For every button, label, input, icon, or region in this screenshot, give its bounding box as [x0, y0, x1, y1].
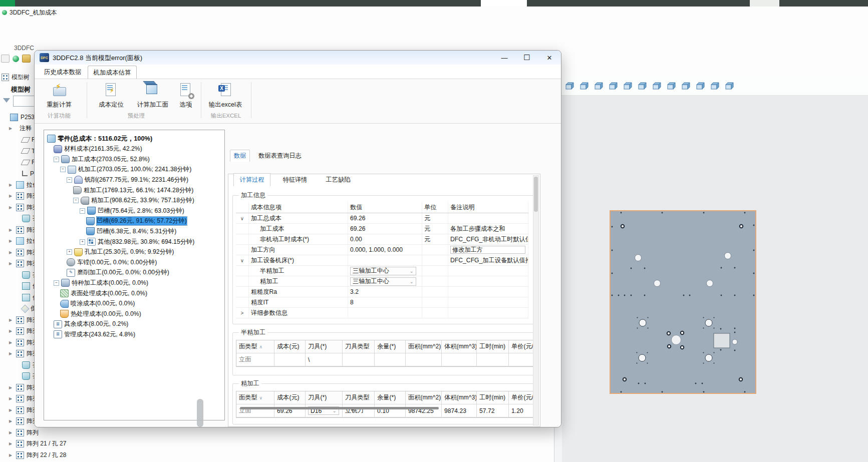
cost-tree-item[interactable]: 管理成本(243.62元, 4.8%) — [54, 329, 135, 339]
expand-arrow-icon[interactable]: ▶ — [9, 340, 14, 345]
sidebar-tree-item[interactable]: ▶阵列 22 / 孔 28 — [9, 449, 66, 460]
cost-tree-item[interactable]: −特种加工成本(0.00元, 0.0%) — [54, 278, 148, 288]
options-button[interactable]: 选项 — [173, 82, 199, 109]
cost-tree-item[interactable]: 喷涂成本(0.00元, 0.0%) — [60, 299, 135, 309]
cost-tree-item[interactable]: 粗加工(1769.13元, 66.1%; 1474.28分钟) — [73, 185, 193, 195]
table-row[interactable]: 立面\ — [236, 353, 538, 366]
part-plate[interactable] — [610, 210, 756, 394]
tree-node-icon[interactable] — [710, 82, 719, 91]
info-table-row[interactable]: 半精加工三轴加工中心⌄ — [236, 266, 528, 276]
header-cell[interactable]: 刀具类型 — [343, 391, 375, 404]
machine-dropdown[interactable]: 三轴加工中心⌄ — [350, 277, 416, 286]
expand-arrow-icon[interactable]: ▶ — [9, 419, 14, 423]
header-cell[interactable]: 工时(min) — [477, 391, 509, 404]
expand-arrow-icon[interactable]: ▶ — [9, 205, 14, 210]
collapse-box-icon[interactable]: − — [80, 208, 85, 214]
ribbon-tab-3ddfc[interactable]: 3DDFC — [14, 45, 34, 52]
close-button[interactable]: ✕ — [542, 53, 557, 63]
cost-tree-item[interactable]: 车镗(0.00元, 0.0%; 0.00分钟) — [67, 257, 157, 267]
expand-arrow-icon[interactable]: ▶ — [9, 126, 14, 131]
row-expander-icon[interactable]: ∨ — [236, 255, 249, 265]
tab-query-log[interactable]: 数据表查询日志 — [252, 150, 308, 162]
new-file-icon[interactable] — [1, 55, 10, 63]
cost-tree-item[interactable]: 零件(总成本：5116.02元，100%) — [47, 134, 152, 144]
axes-icon[interactable] — [637, 82, 647, 91]
info-table-row[interactable]: 精加工三轴加工中心⌄ — [236, 276, 528, 287]
row-expander-icon[interactable]: > — [236, 308, 249, 318]
info-table-row[interactable]: ∨加工设备机床(*)DFC_CFG_加工设备默认值推荐表(DF — [236, 255, 528, 266]
sidebar-tree-item[interactable]: ▶注释 — [9, 123, 32, 134]
subtab-process-defect[interactable]: 工艺缺陷 — [320, 173, 357, 186]
tree-filter-input[interactable] — [13, 96, 35, 107]
plane-dot-icon[interactable] — [652, 82, 661, 91]
horizontal-scroll-thumb[interactable] — [240, 407, 439, 409]
cost-tree-item[interactable]: −加工成本(2703.05元, 52.8%) — [54, 154, 150, 164]
cost-locate-button[interactable]: ⚡ 成本定位 — [94, 82, 129, 109]
header-cell[interactable]: 刀具(*) — [306, 340, 343, 353]
vertical-scrollbar[interactable] — [533, 175, 539, 425]
info-value-cell[interactable]: 三轴加工中心⌄ — [348, 266, 422, 276]
model-tree-toggle[interactable]: 模型树 — [2, 73, 30, 82]
tab-data[interactable]: 数据 — [230, 150, 250, 162]
tab-machining-estimate[interactable]: 机加成本估算 — [88, 66, 137, 79]
row-expander-icon[interactable]: ∨ — [236, 213, 249, 223]
machine-dropdown[interactable]: 三轴加工中心⌄ — [350, 267, 416, 275]
vertical-scroll-thumb[interactable] — [534, 177, 538, 212]
cost-tree-item[interactable]: −铣削(2677.75元, 99.1%; 2231.46分钟) — [67, 175, 188, 185]
info-value-cell[interactable]: 三轴加工中心⌄ — [348, 276, 422, 286]
part-preview[interactable] — [610, 210, 756, 396]
cost-tree-item[interactable]: +孔加工(25.30元, 0.9%; 9.92分钟) — [67, 247, 174, 257]
expand-arrow-icon[interactable]: ▶ — [9, 183, 14, 187]
dialog-title-bar[interactable]: DFC 3DDFC2.8 当前模型error(面板) — ☐ ✕ — [35, 51, 561, 65]
expand-arrow-icon[interactable]: ▶ — [9, 194, 14, 198]
table-camera-icon[interactable] — [594, 82, 603, 91]
header-cell[interactable]: 体积(mm^3) — [442, 340, 477, 353]
collapse-box-icon[interactable]: − — [60, 167, 66, 172]
expand-arrow-icon[interactable]: ▶ — [9, 329, 14, 333]
funnel-icon[interactable] — [3, 98, 10, 103]
header-cell[interactable]: 余量(*) — [375, 340, 406, 353]
info-table-row[interactable]: 加工方向0.000, 1.000, 0.000修改加工方 — [236, 245, 528, 255]
expand-arrow-icon[interactable]: ▶ — [9, 453, 14, 457]
cost-tree-item[interactable]: 热处理成本(0.00元, 0.0%) — [60, 309, 141, 319]
expand-arrow-icon[interactable]: ▶ — [9, 318, 14, 322]
header-cell[interactable]: 面类型∧ — [236, 340, 274, 353]
export-excel-button[interactable]: X 输出excel表 — [204, 82, 247, 109]
expand-arrow-icon[interactable]: ▶ — [9, 385, 14, 390]
header-cell[interactable]: 体积(mm^3) — [442, 391, 477, 404]
expand-arrow-icon[interactable]: ▶ — [9, 396, 14, 401]
sidebar-tree-item[interactable]: ▶阵列 21 / 孔 27 — [9, 438, 66, 449]
expand-arrow-icon[interactable]: ▶ — [9, 239, 14, 243]
expand-arrow-icon[interactable]: ▶ — [9, 408, 14, 412]
sphere-icon[interactable] — [13, 56, 19, 62]
header-cell[interactable]: 余量(*) — [375, 391, 406, 404]
cost-tree-item[interactable]: +其他(832.98元, 30.8%; 694.15分钟) — [80, 237, 194, 247]
tab-history-cost[interactable]: 历史成本数据 — [40, 66, 86, 79]
info-table-row[interactable]: 加工成本69.26元各加工步骤成本之和 — [236, 224, 528, 234]
cost-tree-item[interactable]: −凹槽(75.64元, 2.8%; 63.03分钟) — [80, 206, 184, 216]
info-table-row[interactable]: ∨加工总成本69.26元 — [236, 213, 528, 224]
cost-tree-item[interactable]: 材料成本(2161.35元, 42.2%) — [54, 144, 142, 154]
expand-arrow-icon[interactable]: ▶ — [9, 430, 14, 435]
subtab-feature-detail[interactable]: 特征详情 — [276, 173, 314, 186]
cube-add-icon[interactable] — [608, 82, 618, 91]
connector-icon[interactable] — [724, 82, 734, 91]
cube-icon[interactable] — [564, 82, 574, 91]
cost-tree-item[interactable]: 凹槽(69.26元, 91.6%; 57.72分钟) — [86, 216, 187, 226]
info-table-row[interactable]: 粗糙度Ra3.2 — [236, 287, 528, 297]
cost-tree-item[interactable]: 其余成本(8.00元, 0.2%) — [54, 319, 128, 329]
quick-access-tab[interactable]: 3DDFC_机加成本 — [2, 7, 57, 18]
header-cell[interactable]: 面积(mm^2) — [406, 340, 442, 353]
cost-tree-item[interactable]: 磨削加工(0.00元, 0.0%; 0.00分钟) — [67, 268, 169, 278]
sidebar-tree-item[interactable]: ▶阵列 — [9, 427, 39, 438]
expand-arrow-icon[interactable]: ▶ — [9, 351, 14, 356]
cost-tree-item[interactable]: −精加工(908.62元, 33.9%; 757.18分钟) — [73, 196, 194, 206]
expand-arrow-icon[interactable]: ▶ — [9, 250, 14, 255]
plane-tag-icon[interactable] — [695, 82, 705, 91]
axis-dot-icon[interactable] — [666, 82, 676, 91]
expand-arrow-icon[interactable]: ▶ — [9, 261, 14, 266]
csys-dot-icon[interactable] — [681, 82, 690, 91]
cost-tree-item[interactable]: 凹槽(6.38元, 8.4%; 5.31分钟) — [86, 226, 176, 236]
header-cell[interactable]: 刀具(*) — [306, 391, 343, 404]
compute-face-button[interactable]: 计算加工面 — [133, 82, 173, 109]
